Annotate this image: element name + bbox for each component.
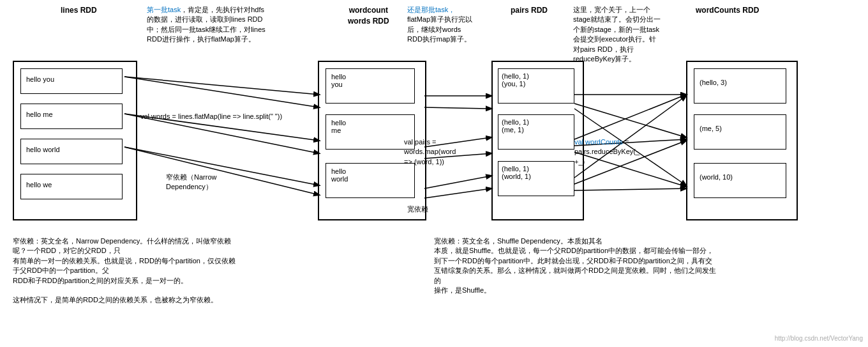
reducebykey-code: val wordCounts = pairs.reduceByKey(_ +_) [574, 137, 640, 167]
narrow-dep-label: 窄依赖（NarrowDependency） [166, 173, 216, 192]
watermark: http://blog.csdn.net/VectorYang [775, 335, 863, 342]
svg-line-10 [424, 176, 491, 189]
lines-item-4-text: hello we [26, 181, 52, 189]
lines-rdd-title: lines RDD [61, 5, 97, 16]
lines-rdd-box: hello you hello me hello world hello we [13, 61, 137, 220]
stage1-desc: 第一批task，肯定是，先执行针对hdfs 的数据，进行读取，读取到lines … [147, 5, 313, 45]
svg-line-4 [124, 147, 319, 185]
words-rdd-title: wordcountwords RDD [348, 5, 389, 27]
words-item-1: helloyou [326, 68, 415, 104]
lines-item-3: hello world [20, 139, 123, 164]
svg-line-1 [124, 77, 319, 107]
wordcounts-rdd-title: wordCounts RDD [696, 5, 759, 16]
svg-line-0 [124, 77, 319, 95]
lines-item-1: hello you [20, 68, 123, 94]
result-item-3-text: (world, 10) [700, 173, 733, 181]
stage2-desc: 还是那批task， flatMap算子执行完以 后，继续对words RDD执行… [407, 5, 506, 45]
svg-line-13 [574, 104, 686, 137]
lines-item-2-text: hello me [26, 111, 53, 118]
lines-item-2: hello me [20, 104, 123, 129]
result-item-1: (hello, 3) [694, 68, 786, 104]
words-item-1-text: helloyou [331, 73, 346, 88]
pairs-item-1-text: (hello, 1)(you, 1) [502, 72, 529, 88]
wide-dep-label: 宽依赖 [407, 204, 428, 214]
lines-item-4: hello we [20, 174, 123, 199]
svg-line-20 [574, 189, 686, 190]
result-item-2-text: (me, 5) [700, 125, 722, 132]
wide-dep-full: 宽依赖：英文全名，Shuffle Dependency。本质如其名 本质，就是S… [434, 236, 721, 295]
lines-item-3-text: hello world [26, 146, 60, 153]
wordcounts-rdd-box: (hello, 3) (me, 5) (world, 10) [686, 61, 798, 220]
lines-item-1-text: hello you [26, 75, 54, 83]
pairs-item-2: (hello, 1)(me, 1) [498, 114, 574, 150]
result-item-3: (world, 10) [694, 163, 786, 198]
stage3-desc: 这里，宽个关于，上一个 stage就结束了。会切分出一 个新的stage，新的一… [573, 5, 688, 64]
words-item-3: helloworld [326, 163, 415, 198]
diagram-container: lines RDD hello you hello me hello world… [0, 0, 868, 347]
map-code: val pairs =words.map(word=> (word, 1)) [404, 137, 456, 167]
pairs-item-1: (hello, 1)(you, 1) [498, 68, 574, 104]
svg-line-7 [424, 107, 491, 109]
pairs-rdd-title: pairs RDD [511, 5, 548, 16]
words-item-2-text: hellome [331, 119, 346, 134]
narrow-dep-full: 窄依赖：英文全名，Narrow Dependency。什么样的情况，叫做窄依赖呢… [13, 236, 236, 305]
svg-line-11 [424, 189, 491, 198]
words-item-2: hellome [326, 114, 415, 150]
flatmap-code: val words = lines.flatMap(line => line.s… [140, 112, 282, 121]
pairs-item-3-text: (hello, 1)(world, 1) [502, 165, 531, 180]
result-item-2: (me, 5) [694, 114, 786, 150]
pairs-rdd-box: (hello, 1)(you, 1) (hello, 1)(me, 1) (he… [491, 61, 584, 220]
result-item-1-text: (hello, 3) [700, 79, 727, 86]
svg-line-5 [124, 147, 319, 195]
pairs-item-3: (hello, 1)(world, 1) [498, 161, 574, 196]
words-item-3-text: helloworld [331, 167, 348, 183]
svg-line-15 [574, 95, 686, 139]
pairs-item-2-text: (hello, 1)(me, 1) [502, 118, 529, 134]
